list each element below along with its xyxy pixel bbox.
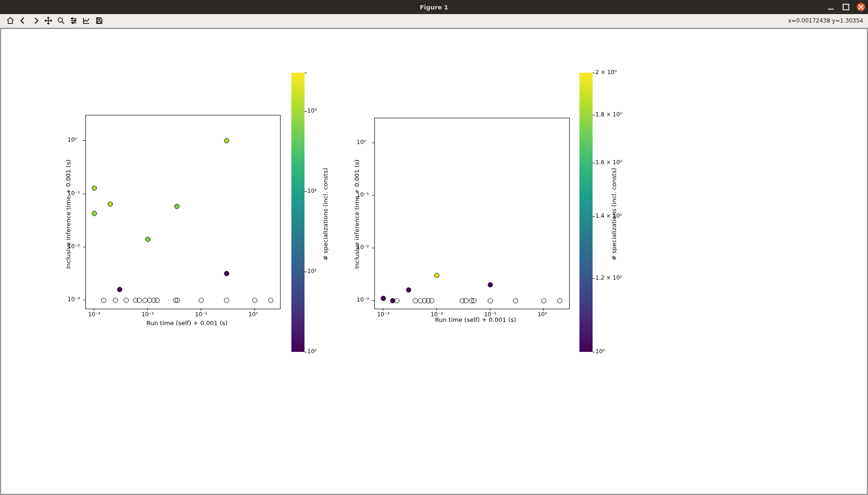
data-point <box>198 298 204 303</box>
data-point <box>381 296 386 301</box>
colorbar-tick-label: 10¹ <box>307 268 317 274</box>
data-point <box>174 204 179 209</box>
colorbar-tick-label: 1.2 × 10⁰ <box>595 274 622 281</box>
data-point <box>224 271 229 276</box>
data-point <box>487 282 493 288</box>
pan-icon[interactable] <box>42 15 54 26</box>
ytick-label: 10⁻³ <box>357 297 369 303</box>
ytick-label: 10⁻³ <box>68 296 80 303</box>
xtick-label: 10⁻³ <box>88 311 100 318</box>
data-point <box>513 298 518 303</box>
axes-right[interactable] <box>374 118 570 309</box>
data-point <box>406 287 411 292</box>
data-point <box>394 298 399 303</box>
configure-icon[interactable] <box>67 15 80 26</box>
colorbar-label-left: # specializations (incl. consts) <box>322 168 329 261</box>
colorbar-tick-label: 2 × 10⁰ <box>595 69 617 76</box>
svg-rect-12 <box>98 18 100 20</box>
data-point <box>145 237 150 242</box>
svg-point-4 <box>58 18 62 22</box>
colorbar-tick-label: 10² <box>307 188 317 194</box>
window-titlebar: Figure 1 <box>0 0 868 14</box>
data-point <box>541 298 546 303</box>
data-point <box>124 298 129 303</box>
data-point <box>175 298 180 303</box>
matplotlib-toolbar: x=0.00172438 y=1.30354 <box>0 14 868 28</box>
data-point <box>154 298 160 303</box>
svg-point-11 <box>72 22 74 23</box>
home-icon[interactable] <box>4 15 16 26</box>
xtick-label: 10⁰ <box>538 311 547 318</box>
data-point <box>117 287 122 292</box>
svg-rect-1 <box>843 4 849 10</box>
xlabel-right: Run time (self) + 0.001 (s) <box>435 316 516 323</box>
data-point <box>252 298 257 303</box>
data-point <box>113 298 118 303</box>
close-button[interactable] <box>857 3 865 11</box>
svg-point-9 <box>71 18 73 19</box>
ytick-label: 10⁻² <box>68 243 80 250</box>
data-point <box>224 298 229 303</box>
save-icon[interactable] <box>92 15 105 26</box>
xtick-label: 10⁰ <box>249 311 258 318</box>
svg-rect-13 <box>98 21 101 23</box>
zoom-icon[interactable] <box>54 15 67 26</box>
data-point <box>413 298 418 303</box>
data-point <box>463 298 468 303</box>
data-point <box>224 138 229 144</box>
ylabel-right: Inclusive inference time + 0.001 (s) <box>353 160 360 269</box>
maximize-button[interactable] <box>842 3 850 11</box>
colorbar-left[interactable] <box>291 73 305 352</box>
xtick-label: 10⁻¹ <box>484 311 496 318</box>
back-icon[interactable] <box>16 15 29 26</box>
colorbar-tick-label: 1.8 × 10⁰ <box>595 111 622 118</box>
ytick-label: 10⁰ <box>357 139 366 145</box>
data-point <box>557 298 562 303</box>
data-point <box>434 273 439 278</box>
colorbar-tick-label: 1.4 × 10⁰ <box>595 213 622 219</box>
data-point <box>137 298 142 303</box>
ytick-label: 10⁰ <box>68 137 77 143</box>
data-point <box>429 298 434 303</box>
ytick-label: 10⁻¹ <box>357 191 369 198</box>
window-title: Figure 1 <box>420 4 449 11</box>
colorbar-tick-label: 10⁰ <box>595 348 605 355</box>
cursor-status: x=0.00172438 y=1.30354 <box>788 17 863 24</box>
ylabel-left: Inclusive inference time + 0.001 (s) <box>65 160 72 269</box>
data-point <box>91 211 97 216</box>
minimize-button[interactable] <box>827 3 835 11</box>
axes-editor-icon[interactable] <box>80 15 92 26</box>
axes-left[interactable] <box>85 115 281 309</box>
colorbar-right[interactable] <box>579 73 593 352</box>
data-point <box>101 298 106 303</box>
data-point <box>91 185 97 190</box>
xtick-label: 10⁻² <box>142 311 154 318</box>
colorbar-tick-label: 10⁰ <box>307 348 317 355</box>
figure-canvas[interactable]: Inclusive inference time + 0.001 (s) Run… <box>0 28 868 495</box>
svg-line-5 <box>62 22 64 24</box>
xtick-label: 10⁻³ <box>377 311 389 318</box>
ytick-label: 10⁻² <box>357 244 369 251</box>
xtick-label: 10⁻² <box>431 311 443 318</box>
xlabel-left: Run time (self) + 0.001 (s) <box>146 320 228 327</box>
data-point <box>268 298 273 303</box>
data-point <box>472 298 477 303</box>
colorbar-tick-label: 10³ <box>307 107 317 114</box>
svg-point-10 <box>74 20 76 22</box>
colorbar-tick-label: 1.6 × 10⁰ <box>595 159 622 166</box>
forward-icon[interactable] <box>29 15 42 26</box>
ytick-label: 10⁻¹ <box>68 190 80 197</box>
data-point <box>107 201 113 206</box>
data-point <box>487 298 493 303</box>
xtick-label: 10⁻¹ <box>195 311 207 318</box>
